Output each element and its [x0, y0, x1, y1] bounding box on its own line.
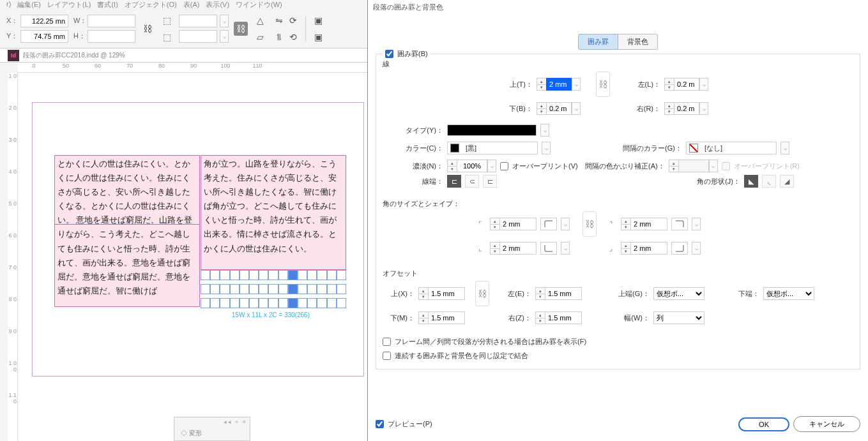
sy-field[interactable] — [179, 30, 217, 43]
stroke-top-field[interactable] — [546, 78, 572, 91]
merge-check[interactable]: 連続する囲み罫と背景色を同じ設定で結合 — [383, 351, 528, 361]
enable-border-check[interactable]: 囲み罫(B) — [383, 49, 430, 59]
stroke-top-label: 上(T)： — [498, 80, 533, 89]
offset-top-label: 上(X)： — [383, 289, 415, 299]
y-field[interactable] — [20, 30, 68, 43]
stroke-right-spinner[interactable]: ▴▾⌵ — [664, 102, 708, 115]
tab-background[interactable]: 背景色 — [618, 34, 658, 50]
corner-tr-field[interactable] — [630, 218, 667, 230]
gap-tint-spinner: ▴▾⌵ — [669, 160, 718, 172]
stroke-left-field[interactable] — [674, 78, 699, 91]
offset-left-spinner[interactable]: ▴▾ — [535, 287, 582, 300]
corner-tr-spinner[interactable]: ▴▾ — [621, 218, 667, 230]
stroke-type-drop[interactable]: ⌵ — [540, 124, 549, 137]
cancel-button[interactable]: キャンセル — [793, 416, 860, 432]
split-check[interactable]: フレーム間／列間で段落が分割される場合は囲み罫を表示(F) — [383, 337, 586, 347]
flip-h-icon[interactable]: ⇋ — [272, 13, 286, 27]
sel1-icon[interactable]: ▣ — [311, 13, 325, 27]
stroke-right-field[interactable] — [674, 102, 699, 115]
w-field[interactable] — [88, 15, 135, 27]
tool-b-icon[interactable]: ⬚ — [160, 30, 174, 44]
transform-panel[interactable]: ◇ 変形 — [174, 417, 250, 441]
overprint-r-check: オーバープリント(R) — [722, 161, 800, 171]
stroke-right-label: 右(R)： — [625, 104, 660, 114]
ruler-horizontal: 05060708090100110 — [18, 63, 367, 73]
offset-top-field[interactable] — [428, 287, 465, 300]
offset-right-field[interactable] — [545, 311, 582, 324]
stroke-top-spinner[interactable]: ▴▾⌵ — [537, 78, 581, 91]
text-grid — [201, 270, 346, 308]
document-tab[interactable]: 段落の囲み罫CC2018.indd @ 129% — [0, 49, 367, 63]
offset-bottom-field[interactable] — [428, 311, 465, 324]
corner-bl-field[interactable] — [499, 242, 537, 255]
gap-color-drop[interactable]: ⌵ — [780, 142, 789, 154]
corner-tl-icon: ⌜ — [478, 220, 486, 228]
constrain-icon[interactable]: ⛓ — [141, 22, 155, 36]
link-offset-icon[interactable]: ⛓ — [475, 281, 489, 306]
tint-label: 濃淡(N)： — [383, 161, 443, 171]
offset-bottom-spinner[interactable]: ▴▾ — [418, 311, 465, 324]
topedge-select[interactable]: 仮想ボ... — [653, 287, 704, 300]
rot90-icon[interactable]: ⟳ — [286, 13, 300, 27]
sx-field[interactable] — [179, 15, 217, 27]
bottomedge-select[interactable]: 仮想ボ... — [763, 287, 814, 300]
offset-right-spinner[interactable]: ▴▾ — [535, 311, 582, 324]
stroke-type-label: タイプ(Y)： — [383, 126, 443, 135]
stroke-color-drop[interactable]: ⌵ — [542, 142, 551, 154]
menubar[interactable]: r)編集(E)レイアウト(L)書式(I)オブジェクト(O)表(A)表示(V)ワイ… — [0, 0, 367, 9]
x-field[interactable] — [20, 15, 68, 27]
cap-butt-icon[interactable]: ⊏ — [447, 175, 461, 188]
link-corners-icon[interactable]: ⛓ — [582, 211, 597, 237]
corner-bl-spinner[interactable]: ▴▾ — [490, 242, 537, 255]
topedge-label: 上端(G)： — [611, 289, 650, 299]
corner-tl-spinner[interactable]: ▴▾ — [490, 218, 537, 230]
stroke-left-spinner[interactable]: ▴▾⌵ — [664, 78, 708, 91]
corner-tl-shape[interactable] — [540, 218, 557, 230]
link-icon[interactable]: ⛓ — [234, 22, 248, 36]
join-miter-icon[interactable]: ◣ — [744, 175, 758, 188]
tool-a-icon[interactable]: ⬚ — [160, 13, 174, 27]
width-label: 幅(W)： — [611, 313, 650, 323]
text-frame[interactable]: とかくに人の世は住みにくい。とかくに人の世は住みにくい。住みにくさが高じると、安… — [54, 155, 348, 308]
h-field[interactable] — [88, 30, 135, 43]
sel2-icon[interactable]: ▣ — [311, 30, 325, 44]
overprint-check[interactable]: オーバープリント(V) — [500, 161, 578, 171]
flip-v-icon[interactable]: ⥮ — [272, 30, 286, 44]
cap-project-icon[interactable]: ⊏ — [483, 175, 497, 188]
corner-br-shape[interactable] — [671, 242, 688, 255]
text-column-2[interactable]: 角が立つ。山路を登りながら、こう考えた。住みにくさが高じると、安い所へ引き越した… — [201, 155, 346, 270]
corner-bl-shape[interactable] — [540, 242, 557, 255]
stroke-bottom-spinner[interactable]: ▴▾⌵ — [537, 102, 581, 115]
shear-icon[interactable]: ▱ — [253, 30, 267, 44]
corner-br-spinner[interactable]: ▴▾ — [621, 242, 667, 255]
bottomedge-label: 下端： — [727, 289, 759, 299]
offset-top-spinner[interactable]: ▴▾ — [418, 287, 465, 300]
offset-right-label: 右(Z)： — [499, 313, 531, 323]
ok-button[interactable]: OK — [738, 417, 789, 431]
stroke-color-label: カラー(C)： — [383, 144, 443, 153]
gap-color-field[interactable]: [なし] — [686, 142, 777, 154]
stroke-color-field[interactable]: [黒] — [447, 142, 538, 154]
preview-check[interactable]: プレビュー(P) — [376, 419, 432, 429]
cap-round-icon[interactable]: ⊂ — [465, 175, 479, 188]
stroke-label: 線 — [383, 59, 853, 69]
stroke-bottom-label: 下(B)： — [498, 104, 533, 114]
corner-br-field[interactable] — [630, 242, 667, 255]
none-swatch-icon — [689, 144, 698, 153]
tint-field[interactable] — [457, 160, 487, 172]
width-select[interactable]: 列 — [653, 311, 704, 324]
text-column-1[interactable]: とかくに人の世は住みにくい。とかくに人の世は住みにくい。住みにくさが高じると、安… — [54, 155, 200, 307]
gap-color-label: 間隔のカラー(G)： — [554, 144, 682, 153]
stroke-bottom-field[interactable] — [546, 102, 572, 115]
offset-left-field[interactable] — [545, 287, 582, 300]
corner-tr-shape[interactable] — [671, 218, 688, 230]
tab-border[interactable]: 囲み罫 — [578, 34, 618, 50]
offset-left-label: 左(E)： — [499, 289, 531, 299]
rot-90-icon[interactable]: ⟲ — [286, 30, 300, 44]
corner-tl-field[interactable] — [499, 218, 537, 230]
join-round-icon[interactable]: ◟ — [762, 175, 776, 188]
link-stroke-icon[interactable]: ⛓ — [596, 71, 610, 97]
join-bevel-icon[interactable]: ◢ — [780, 175, 794, 188]
rotate-icon[interactable]: △ — [253, 13, 267, 27]
tint-spinner[interactable]: ▴▾⌵ — [447, 160, 496, 172]
